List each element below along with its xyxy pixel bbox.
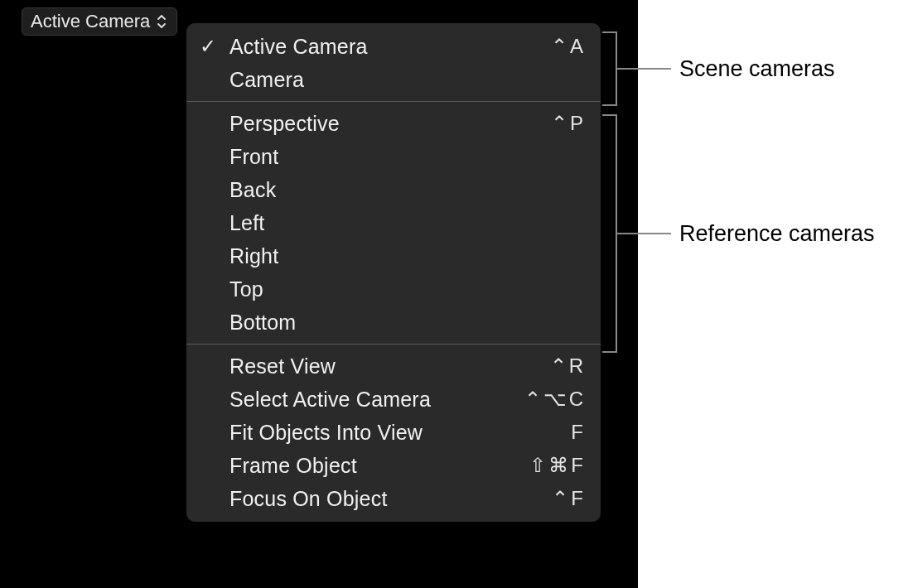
camera-menu[interactable]: ✓ Active Camera ⌃A Camera Perspective ⌃P… — [186, 23, 601, 522]
menu-item-label: Reset View — [229, 356, 550, 377]
stage: Active Camera ✓ Active Camera ⌃A Camera … — [0, 0, 908, 588]
checkmark-icon: ✓ — [186, 36, 229, 56]
leader-reference — [617, 233, 671, 234]
menu-item-bottom[interactable]: Bottom — [186, 306, 601, 339]
bracket-scene — [602, 31, 617, 106]
callout-reference-cameras: Reference cameras — [679, 221, 875, 247]
menu-item-label: Active Camera — [229, 36, 551, 57]
menu-item-right[interactable]: Right — [186, 239, 601, 272]
menu-item-shortcut: ⌃R — [550, 356, 586, 376]
menu-item-frame-object[interactable]: Frame Object ⇧⌘F — [186, 449, 601, 482]
menu-item-left[interactable]: Left — [186, 206, 601, 239]
menu-item-perspective[interactable]: Perspective ⌃P — [186, 107, 601, 140]
menu-item-label: Left — [229, 213, 586, 234]
menu-item-label: Back — [229, 180, 586, 200]
menu-item-fit-objects-into-view[interactable]: Fit Objects Into View F — [186, 416, 601, 449]
bracket-reference — [602, 114, 617, 353]
menu-item-focus-on-object[interactable]: Focus On Object ⌃F — [186, 482, 601, 515]
menu-item-shortcut: ⌃A — [551, 36, 586, 56]
menu-item-active-camera[interactable]: ✓ Active Camera ⌃A — [186, 30, 601, 63]
menu-item-camera[interactable]: Camera — [186, 63, 601, 96]
menu-item-shortcut: ⌃⌥C — [524, 389, 586, 409]
chevrons-icon — [157, 14, 171, 29]
menu-item-label: Front — [229, 147, 586, 167]
menu-item-label: Fit Objects Into View — [229, 422, 571, 443]
menu-item-label: Bottom — [229, 312, 586, 333]
leader-scene — [617, 68, 671, 70]
menu-item-front[interactable]: Front — [186, 140, 601, 173]
menu-item-label: Frame Object — [229, 455, 529, 476]
menu-separator — [186, 101, 601, 102]
camera-dropdown[interactable]: Active Camera — [22, 7, 177, 36]
menu-item-shortcut: ⇧⌘F — [529, 455, 586, 475]
camera-dropdown-label: Active Camera — [31, 11, 150, 31]
menu-item-label: Select Active Camera — [229, 389, 524, 410]
menu-item-label: Top — [229, 279, 586, 300]
menu-item-label: Focus On Object — [229, 489, 552, 509]
menu-item-top[interactable]: Top — [186, 272, 601, 306]
menu-item-label: Perspective — [229, 113, 551, 134]
menu-item-label: Camera — [229, 70, 586, 90]
menu-item-shortcut: ⌃F — [552, 489, 586, 508]
menu-separator — [186, 344, 601, 345]
menu-item-reset-view[interactable]: Reset View ⌃R — [186, 349, 601, 383]
callout-scene-cameras: Scene cameras — [679, 56, 835, 82]
menu-item-shortcut: F — [571, 422, 586, 442]
menu-item-label: Right — [229, 246, 586, 267]
menu-item-shortcut: ⌃P — [551, 113, 586, 133]
menu-item-back[interactable]: Back — [186, 173, 601, 206]
menu-item-select-active-camera[interactable]: Select Active Camera ⌃⌥C — [186, 383, 601, 416]
